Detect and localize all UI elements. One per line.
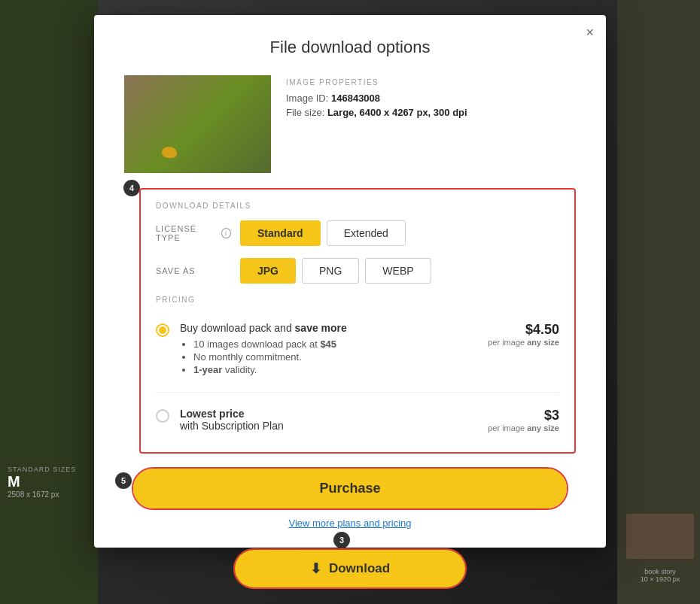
- bullet-3: 1-year validity.: [193, 364, 477, 375]
- download-button[interactable]: ⬇ Download: [235, 550, 465, 587]
- step-badge-5: 5: [115, 472, 132, 489]
- pricing-pack-option[interactable]: Buy download pack and save more 10 image…: [156, 314, 559, 384]
- modal-backdrop: × File download options IMAGE PROPERTIES…: [0, 0, 700, 604]
- view-plans-link[interactable]: View more plans and pricing: [288, 517, 411, 529]
- license-standard-btn[interactable]: Standard: [240, 220, 321, 246]
- pack-pricing-text: Buy download pack and save more 10 image…: [180, 322, 477, 377]
- license-extended-btn[interactable]: Extended: [327, 220, 406, 246]
- file-size-row: File size: Large, 6400 x 4267 px, 300 dp…: [286, 107, 467, 118]
- pack-price-amount: $4.50: [488, 322, 559, 338]
- pack-bullets: 10 images download pack at $45 No monthl…: [180, 338, 477, 375]
- image-id-row: Image ID: 146843008: [286, 93, 467, 104]
- step-badge-3: 3: [333, 532, 350, 548]
- subscription-price-per: per image any size: [488, 423, 559, 433]
- view-plans-link-container: View more plans and pricing: [132, 517, 568, 529]
- pack-price-tag: $4.50 per image any size: [488, 322, 559, 347]
- file-size-label: File size:: [286, 107, 324, 118]
- subscription-price-tag: $3 per image any size: [488, 408, 559, 433]
- divider: [156, 392, 559, 393]
- file-size-value: Large, 6400 x 4267 px, 300 dpi: [327, 107, 467, 118]
- license-type-label: LICENSE TYPE i: [156, 224, 231, 242]
- format-btn-group: JPG PNG WEBP: [240, 258, 431, 284]
- image-properties: IMAGE PROPERTIES Image ID: 146843008 Fil…: [286, 75, 467, 173]
- download-wrapper: ⬇ Download: [233, 548, 467, 589]
- image-info-section: IMAGE PROPERTIES Image ID: 146843008 Fil…: [124, 75, 576, 173]
- close-button[interactable]: ×: [586, 26, 594, 39]
- modal-title: File download options: [124, 38, 576, 57]
- pricing-subscription-option[interactable]: Lowest price with Subscription Plan $3 p…: [156, 400, 559, 440]
- step-badge-4: 4: [123, 180, 140, 196]
- image-thumbnail: [124, 75, 271, 173]
- pricing-label: PRICING: [156, 296, 559, 304]
- image-id-value: 146843008: [331, 93, 380, 104]
- subscription-main-text: Lowest price with Subscription Plan: [180, 408, 477, 432]
- purchase-button[interactable]: Purchase: [133, 469, 567, 508]
- license-type-row: LICENSE TYPE i Standard Extended: [156, 220, 559, 246]
- format-png-btn[interactable]: PNG: [302, 258, 359, 284]
- license-info-icon[interactable]: i: [221, 228, 231, 238]
- pack-price-per: per image any size: [488, 338, 559, 347]
- pack-radio[interactable]: [156, 323, 169, 337]
- props-label: IMAGE PROPERTIES: [286, 78, 467, 87]
- download-icon: ⬇: [310, 560, 321, 577]
- save-as-row: SAVE AS JPG PNG WEBP: [156, 258, 559, 284]
- bullet-1: 10 images download pack at $45: [193, 338, 477, 350]
- license-btn-group: Standard Extended: [240, 220, 406, 246]
- download-section: 3 ⬇ Download: [233, 548, 467, 589]
- subscription-pricing-text: Lowest price with Subscription Plan: [180, 408, 477, 432]
- modal-dialog: × File download options IMAGE PROPERTIES…: [94, 15, 606, 548]
- format-jpg-btn[interactable]: JPG: [240, 258, 296, 284]
- pack-main-text: Buy download pack and save more: [180, 322, 477, 334]
- purchase-wrapper: Purchase: [132, 467, 568, 510]
- download-details-box: DOWNLOAD DETAILS LICENSE TYPE i Standard…: [139, 188, 576, 454]
- bullet-2: No monthly commitment.: [193, 351, 477, 363]
- download-label: Download: [329, 561, 390, 576]
- subscription-radio[interactable]: [156, 409, 169, 423]
- pricing-section: PRICING Buy download pack and save more …: [156, 296, 559, 440]
- pack-radio-inner: [159, 326, 166, 334]
- subscription-price-amount: $3: [488, 408, 559, 423]
- purchase-section: 5 Purchase View more plans and pricing: [124, 467, 576, 529]
- save-as-label: SAVE AS: [156, 266, 231, 275]
- download-details-label: DOWNLOAD DETAILS: [156, 202, 559, 210]
- thumbnail-bird: [162, 147, 177, 158]
- image-id-label: Image ID:: [286, 93, 328, 104]
- format-webp-btn[interactable]: WEBP: [365, 258, 431, 284]
